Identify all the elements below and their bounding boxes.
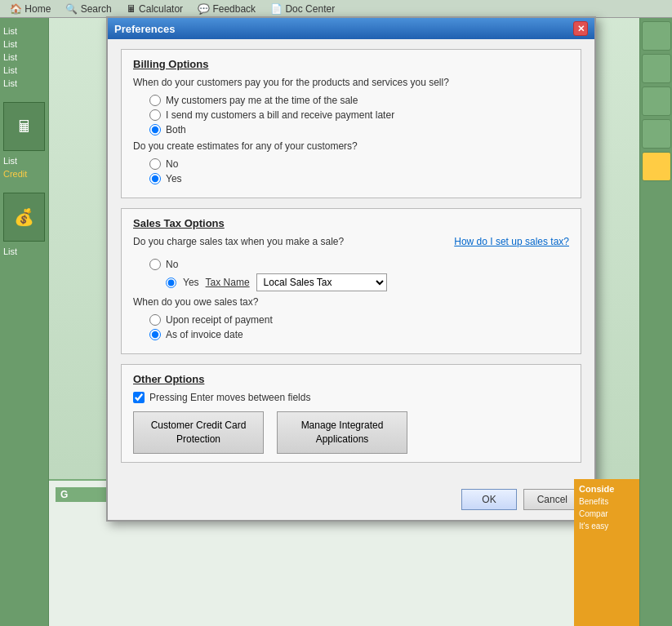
- sales-tax-no-row: No: [149, 259, 569, 270]
- owe-tax-receipt-label: Upon receipt of payment: [166, 314, 273, 326]
- enter-moves-checkbox[interactable]: [133, 392, 145, 403]
- sidebar-item-7[interactable]: Credit: [3, 167, 45, 180]
- enter-moves-fields-row: Pressing Enter moves between fields: [133, 392, 569, 403]
- owe-tax-invoice-row: As of invoice date: [149, 329, 569, 340]
- sidebar-icon-2: 💰: [3, 193, 45, 242]
- dialog-footer: OK Cancel: [108, 482, 594, 520]
- owe-tax-invoice[interactable]: [149, 329, 161, 340]
- sidebar-item-8[interactable]: List: [3, 245, 45, 258]
- billing-estimates-no[interactable]: [149, 158, 161, 170]
- owe-tax-receipt[interactable]: [149, 314, 161, 326]
- billing-radio-both[interactable]: [149, 124, 161, 135]
- sales-tax-section: Sales Tax Options Do you charge sales ta…: [121, 208, 581, 354]
- billing-radio-bill-later[interactable]: [149, 109, 161, 121]
- billing-estimates-no-label: No: [166, 158, 178, 170]
- sidebar-item-5[interactable]: List: [3, 77, 45, 90]
- ok-button[interactable]: OK: [461, 489, 516, 510]
- sidebar-item-3[interactable]: List: [3, 51, 45, 64]
- billing-label-at-sale: My customers pay me at the time of the s…: [166, 95, 358, 106]
- sales-tax-question: Do you charge sales tax when you make a …: [133, 236, 344, 247]
- sales-tax-help-link[interactable]: How do I set up sales tax?: [454, 236, 569, 247]
- sales-tax-yes-label: Yes: [183, 277, 199, 288]
- sidebar-item-6[interactable]: List: [3, 154, 45, 167]
- nav-home[interactable]: 🏠 Home: [3, 2, 57, 16]
- consider-title: Conside: [579, 484, 634, 494]
- billing-radio-group-1: My customers pay me at the time of the s…: [149, 95, 569, 135]
- owe-tax-receipt-row: Upon receipt of payment: [149, 314, 569, 326]
- billing-label-bill-later: I send my customers a bill and receive p…: [166, 109, 394, 121]
- tax-name-select[interactable]: Local Sales Tax State Sales Tax Custom T…: [256, 273, 387, 291]
- billing-radio-row-1: My customers pay me at the time of the s…: [149, 95, 569, 106]
- billing-title: Billing Options: [133, 58, 569, 70]
- sidebar-icon-1: 🖩: [3, 102, 45, 151]
- nav-doc-center[interactable]: 📄 Doc Center: [264, 2, 341, 16]
- billing-section: Billing Options When do your customers p…: [121, 49, 581, 198]
- cancel-button[interactable]: Cancel: [523, 489, 581, 510]
- billing-question-1: When do your customers pay you for the p…: [133, 77, 569, 88]
- billing-radio-group-2: No Yes: [149, 158, 569, 184]
- right-btn-4[interactable]: [642, 119, 671, 149]
- sales-tax-no[interactable]: [149, 259, 161, 270]
- consider-item-3[interactable]: It's easy: [579, 522, 634, 531]
- dialog-title: Preferences: [114, 23, 175, 35]
- sales-tax-no-label: No: [166, 259, 178, 270]
- owe-tax-invoice-label: As of invoice date: [166, 329, 243, 340]
- nav-calculator[interactable]: 🖩 Calculator: [120, 2, 189, 16]
- billing-radio-row-3: Both: [149, 124, 569, 135]
- right-sidebar: [639, 18, 672, 626]
- right-btn-2[interactable]: [642, 54, 671, 83]
- consider-item-2[interactable]: Compar: [579, 509, 634, 518]
- owe-tax-radio-group: Upon receipt of payment As of invoice da…: [149, 314, 569, 340]
- sales-tax-title: Sales Tax Options: [133, 217, 569, 229]
- tax-name-label: Tax Name: [206, 277, 250, 288]
- billing-question-2: Do you create estimates for any of your …: [133, 140, 569, 152]
- billing-estimates-no-row: No: [149, 158, 569, 170]
- left-sidebar: List List List List List 🖩 List Credit 💰…: [0, 18, 49, 626]
- dialog-body: Billing Options When do your customers p…: [108, 39, 594, 482]
- billing-label-both: Both: [166, 124, 186, 135]
- billing-radio-at-sale[interactable]: [149, 95, 161, 106]
- right-btn-5[interactable]: [642, 152, 671, 181]
- sidebar-item-1[interactable]: List: [3, 24, 45, 38]
- consider-panel: Conside Benefits Compar It's easy: [574, 479, 639, 626]
- dialog-close-button[interactable]: ✕: [573, 21, 588, 36]
- consider-item-1[interactable]: Benefits: [579, 497, 634, 506]
- enter-moves-label: Pressing Enter moves between fields: [149, 392, 310, 403]
- sidebar-item-2[interactable]: List: [3, 38, 45, 51]
- nav-search[interactable]: 🔍 Search: [59, 2, 118, 16]
- sales-tax-question-row: Do you charge sales tax when you make a …: [133, 236, 569, 254]
- sales-tax-yes-row: Yes Tax Name Local Sales Tax State Sales…: [166, 273, 569, 291]
- right-btn-1[interactable]: [642, 21, 671, 51]
- nav-feedback[interactable]: 💬 Feedback: [191, 2, 262, 16]
- sales-tax-yes[interactable]: [166, 277, 176, 288]
- right-btn-3[interactable]: [642, 87, 671, 116]
- billing-estimates-yes-label: Yes: [166, 173, 182, 184]
- manage-integrated-apps-button[interactable]: Manage IntegratedApplications: [277, 411, 407, 454]
- sidebar-item-4[interactable]: List: [3, 64, 45, 77]
- other-options-section: Other Options Pressing Enter moves betwe…: [121, 364, 581, 463]
- other-options-buttons: Customer Credit CardProtection Manage In…: [133, 411, 569, 454]
- owe-tax-question: When do you owe sales tax?: [133, 296, 569, 308]
- sales-tax-radio-group: No Yes Tax Name Local Sales Tax State Sa…: [149, 259, 569, 291]
- dialog-titlebar: Preferences ✕: [108, 18, 594, 39]
- billing-estimates-yes-row: Yes: [149, 173, 569, 184]
- preferences-dialog: Preferences ✕ Billing Options When do yo…: [106, 16, 596, 522]
- top-nav: 🏠 Home 🔍 Search 🖩 Calculator 💬 Feedback …: [0, 0, 672, 18]
- billing-estimates-yes[interactable]: [149, 173, 161, 184]
- credit-card-protection-button[interactable]: Customer Credit CardProtection: [133, 411, 264, 454]
- other-options-title: Other Options: [133, 373, 569, 385]
- billing-radio-row-2: I send my customers a bill and receive p…: [149, 109, 569, 121]
